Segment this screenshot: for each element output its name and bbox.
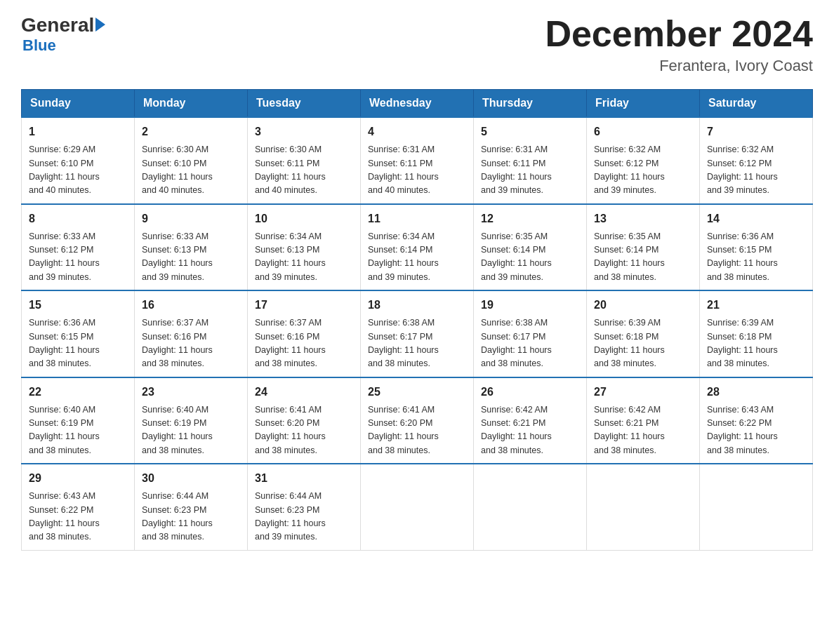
day-number: 4 [368, 123, 466, 140]
day-info: Sunrise: 6:36 AMSunset: 6:15 PMDaylight:… [707, 230, 805, 285]
calendar-table: SundayMondayTuesdayWednesdayThursdayFrid… [21, 89, 813, 551]
calendar-cell: 5Sunrise: 6:31 AMSunset: 6:11 PMDaylight… [474, 117, 587, 204]
day-number: 28 [707, 384, 805, 401]
day-number: 14 [707, 210, 805, 227]
calendar-cell: 17Sunrise: 6:37 AMSunset: 6:16 PMDayligh… [248, 290, 361, 377]
day-number: 7 [707, 123, 805, 140]
calendar-cell [361, 464, 474, 550]
day-number: 15 [29, 297, 127, 314]
day-number: 30 [142, 470, 240, 487]
calendar-cell: 6Sunrise: 6:32 AMSunset: 6:12 PMDaylight… [587, 117, 700, 204]
day-info: Sunrise: 6:40 AMSunset: 6:19 PMDaylight:… [142, 403, 240, 458]
calendar-cell [587, 464, 700, 550]
day-info: Sunrise: 6:30 AMSunset: 6:11 PMDaylight:… [255, 143, 353, 198]
location-title: Ferantera, Ivory Coast [545, 57, 813, 75]
calendar-cell: 19Sunrise: 6:38 AMSunset: 6:17 PMDayligh… [474, 290, 587, 377]
day-info: Sunrise: 6:32 AMSunset: 6:12 PMDaylight:… [707, 143, 805, 198]
day-info: Sunrise: 6:35 AMSunset: 6:14 PMDaylight:… [594, 230, 692, 285]
day-info: Sunrise: 6:44 AMSunset: 6:23 PMDaylight:… [142, 490, 240, 544]
calendar-cell: 30Sunrise: 6:44 AMSunset: 6:23 PMDayligh… [135, 464, 248, 550]
day-info: Sunrise: 6:33 AMSunset: 6:12 PMDaylight:… [29, 230, 127, 285]
calendar-header-friday: Friday [587, 90, 700, 118]
day-info: Sunrise: 6:42 AMSunset: 6:21 PMDaylight:… [481, 403, 579, 458]
day-info: Sunrise: 6:41 AMSunset: 6:20 PMDaylight:… [255, 403, 353, 458]
calendar-cell: 4Sunrise: 6:31 AMSunset: 6:11 PMDaylight… [361, 117, 474, 204]
day-number: 9 [142, 210, 240, 227]
day-info: Sunrise: 6:34 AMSunset: 6:13 PMDaylight:… [255, 230, 353, 285]
day-number: 29 [29, 470, 127, 487]
day-number: 18 [368, 297, 466, 314]
calendar-cell: 29Sunrise: 6:43 AMSunset: 6:22 PMDayligh… [22, 464, 135, 550]
day-number: 3 [255, 123, 353, 140]
day-number: 22 [29, 384, 127, 401]
day-info: Sunrise: 6:43 AMSunset: 6:22 PMDaylight:… [707, 403, 805, 458]
calendar-header-wednesday: Wednesday [361, 90, 474, 118]
calendar-cell [474, 464, 587, 550]
day-info: Sunrise: 6:39 AMSunset: 6:18 PMDaylight:… [707, 316, 805, 371]
day-info: Sunrise: 6:38 AMSunset: 6:17 PMDaylight:… [481, 316, 579, 371]
title-section: December 2024 Ferantera, Ivory Coast [545, 14, 813, 75]
day-info: Sunrise: 6:32 AMSunset: 6:12 PMDaylight:… [594, 143, 692, 198]
calendar-cell: 25Sunrise: 6:41 AMSunset: 6:20 PMDayligh… [361, 377, 474, 464]
calendar-cell: 20Sunrise: 6:39 AMSunset: 6:18 PMDayligh… [587, 290, 700, 377]
day-number: 25 [368, 384, 466, 401]
day-number: 12 [481, 210, 579, 227]
day-number: 1 [29, 123, 127, 140]
calendar-cell: 15Sunrise: 6:36 AMSunset: 6:15 PMDayligh… [22, 290, 135, 377]
calendar-cell: 12Sunrise: 6:35 AMSunset: 6:14 PMDayligh… [474, 204, 587, 291]
calendar-cell: 26Sunrise: 6:42 AMSunset: 6:21 PMDayligh… [474, 377, 587, 464]
day-number: 11 [368, 210, 466, 227]
calendar-cell: 9Sunrise: 6:33 AMSunset: 6:13 PMDaylight… [135, 204, 248, 291]
day-info: Sunrise: 6:29 AMSunset: 6:10 PMDaylight:… [29, 143, 127, 198]
calendar-week-row: 15Sunrise: 6:36 AMSunset: 6:15 PMDayligh… [22, 290, 813, 377]
day-info: Sunrise: 6:38 AMSunset: 6:17 PMDaylight:… [368, 316, 466, 371]
day-info: Sunrise: 6:43 AMSunset: 6:22 PMDaylight:… [29, 490, 127, 544]
day-number: 23 [142, 384, 240, 401]
calendar-cell: 16Sunrise: 6:37 AMSunset: 6:16 PMDayligh… [135, 290, 248, 377]
day-info: Sunrise: 6:41 AMSunset: 6:20 PMDaylight:… [368, 403, 466, 458]
day-info: Sunrise: 6:34 AMSunset: 6:14 PMDaylight:… [368, 230, 466, 285]
month-title: December 2024 [545, 14, 813, 54]
calendar-header-saturday: Saturday [700, 90, 813, 118]
calendar-cell: 27Sunrise: 6:42 AMSunset: 6:21 PMDayligh… [587, 377, 700, 464]
calendar-cell: 10Sunrise: 6:34 AMSunset: 6:13 PMDayligh… [248, 204, 361, 291]
day-info: Sunrise: 6:37 AMSunset: 6:16 PMDaylight:… [255, 316, 353, 371]
day-number: 31 [255, 470, 353, 487]
day-info: Sunrise: 6:42 AMSunset: 6:21 PMDaylight:… [594, 403, 692, 458]
calendar-cell: 11Sunrise: 6:34 AMSunset: 6:14 PMDayligh… [361, 204, 474, 291]
logo: General Blue [21, 14, 105, 55]
day-number: 27 [594, 384, 692, 401]
calendar-cell: 14Sunrise: 6:36 AMSunset: 6:15 PMDayligh… [700, 204, 813, 291]
day-number: 20 [594, 297, 692, 314]
calendar-header-tuesday: Tuesday [248, 90, 361, 118]
calendar-cell [700, 464, 813, 550]
day-number: 16 [142, 297, 240, 314]
day-number: 8 [29, 210, 127, 227]
calendar-header-row: SundayMondayTuesdayWednesdayThursdayFrid… [22, 90, 813, 118]
day-info: Sunrise: 6:35 AMSunset: 6:14 PMDaylight:… [481, 230, 579, 285]
calendar-cell: 8Sunrise: 6:33 AMSunset: 6:12 PMDaylight… [22, 204, 135, 291]
day-number: 24 [255, 384, 353, 401]
calendar-cell: 21Sunrise: 6:39 AMSunset: 6:18 PMDayligh… [700, 290, 813, 377]
calendar-week-row: 22Sunrise: 6:40 AMSunset: 6:19 PMDayligh… [22, 377, 813, 464]
day-number: 21 [707, 297, 805, 314]
calendar-cell: 7Sunrise: 6:32 AMSunset: 6:12 PMDaylight… [700, 117, 813, 204]
day-info: Sunrise: 6:31 AMSunset: 6:11 PMDaylight:… [368, 143, 466, 198]
day-number: 26 [481, 384, 579, 401]
day-info: Sunrise: 6:31 AMSunset: 6:11 PMDaylight:… [481, 143, 579, 198]
calendar-week-row: 8Sunrise: 6:33 AMSunset: 6:12 PMDaylight… [22, 204, 813, 291]
day-info: Sunrise: 6:33 AMSunset: 6:13 PMDaylight:… [142, 230, 240, 285]
day-number: 19 [481, 297, 579, 314]
calendar-cell: 13Sunrise: 6:35 AMSunset: 6:14 PMDayligh… [587, 204, 700, 291]
calendar-week-row: 1Sunrise: 6:29 AMSunset: 6:10 PMDaylight… [22, 117, 813, 204]
day-number: 2 [142, 123, 240, 140]
day-info: Sunrise: 6:44 AMSunset: 6:23 PMDaylight:… [255, 490, 353, 544]
day-number: 17 [255, 297, 353, 314]
calendar-header-thursday: Thursday [474, 90, 587, 118]
day-info: Sunrise: 6:36 AMSunset: 6:15 PMDaylight:… [29, 316, 127, 371]
logo-general: General [21, 14, 94, 36]
calendar-header-sunday: Sunday [22, 90, 135, 118]
calendar-header-monday: Monday [135, 90, 248, 118]
day-info: Sunrise: 6:40 AMSunset: 6:19 PMDaylight:… [29, 403, 127, 458]
calendar-cell: 3Sunrise: 6:30 AMSunset: 6:11 PMDaylight… [248, 117, 361, 204]
